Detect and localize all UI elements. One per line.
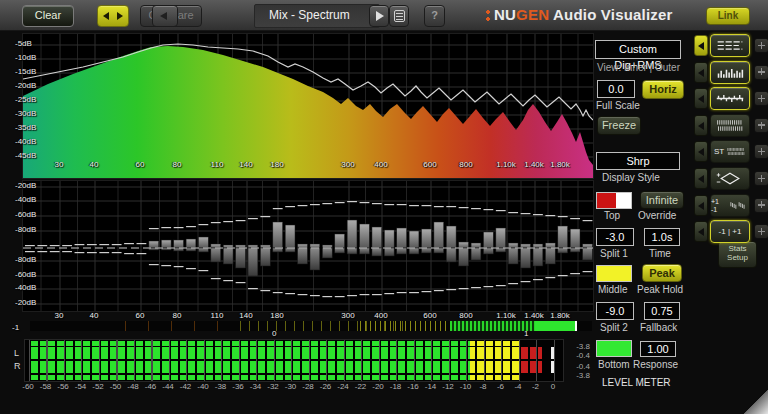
add-view-button[interactable]: [754, 118, 768, 133]
middle-label: Middle: [598, 284, 627, 295]
clear-button[interactable]: Clear: [22, 5, 74, 27]
horiz-button[interactable]: Horiz: [642, 80, 684, 99]
split2-value[interactable]: -9.0: [596, 302, 634, 320]
preset-prev-button[interactable]: [152, 5, 178, 27]
bottom-color-swatch[interactable]: [596, 340, 632, 357]
meter-readout: -3.8: [564, 371, 590, 380]
top-color-swatch[interactable]: [596, 192, 632, 209]
view-button-strip: StatsSetup ST+1-1-1 | +1: [694, 34, 768, 304]
nav-left-button[interactable]: [694, 88, 708, 109]
chevron-left-icon: [160, 12, 167, 20]
meter-scale-label: -30: [285, 382, 297, 391]
meter-scale: -60-58-56-54-52-50-48-46-44-42-40-38-36-…: [28, 382, 568, 392]
peak-button[interactable]: Peak: [642, 264, 682, 282]
difference-display: [22, 180, 594, 312]
meter-scale-label: -44: [162, 382, 174, 391]
preset-next-button[interactable]: [369, 5, 389, 27]
nav-left-button[interactable]: [694, 35, 708, 56]
spectrum-plot: [23, 34, 593, 178]
add-view-button[interactable]: [754, 171, 768, 186]
strip-row: [694, 167, 768, 189]
nav-left-button[interactable]: [694, 168, 708, 189]
corner-page-curl: [742, 388, 768, 414]
chevron-left-icon: [698, 95, 704, 103]
meter-mode-select[interactable]: Custom Dig+RMS: [595, 40, 681, 59]
middle-color-swatch[interactable]: [596, 265, 632, 282]
toolbar: Clear Compare Mix - Spectrum ? NUGEN Aud…: [0, 0, 768, 31]
spectrum-freq-label: 30: [55, 160, 64, 169]
split1-value[interactable]: -3.0: [596, 228, 634, 246]
nav-left-button[interactable]: [694, 195, 708, 216]
strip-row: [694, 34, 768, 56]
add-view-button[interactable]: [754, 38, 768, 53]
spectrum-freq-label: 1.80k: [550, 160, 570, 169]
strip-row: [694, 87, 768, 109]
strip-row: [694, 61, 768, 83]
difference-db-label: -20dB: [15, 181, 36, 190]
strip-row-label: +1: [711, 198, 719, 205]
preset-selector[interactable]: Mix - Spectrum: [254, 4, 380, 28]
brand-rest: Audio Visualizer: [553, 6, 673, 23]
meter-bar-left: [29, 347, 542, 359]
spectrum-freq-label: 40: [90, 160, 99, 169]
difference-freq-label: 110: [211, 311, 224, 320]
swap-arrows-button[interactable]: [97, 5, 129, 27]
difference-freq-label: 80: [173, 311, 182, 320]
display-style-label: Display Style: [602, 172, 660, 183]
freeze-button[interactable]: Freeze: [597, 116, 641, 135]
meter-scale-label: -38: [215, 382, 227, 391]
view-correlation-meter[interactable]: -1 | +1: [710, 220, 750, 243]
nav-left-button[interactable]: [694, 141, 708, 162]
brand-nu: NU: [494, 6, 516, 23]
spectrum-db-label: -25dB: [15, 95, 36, 104]
display-style-select[interactable]: Shrp: [596, 152, 680, 170]
difference-plot: [23, 181, 593, 311]
infinite-button[interactable]: Infinite: [640, 191, 684, 209]
spectrum-db-label: -30dB: [15, 109, 36, 118]
time-value[interactable]: 1.0s: [644, 228, 680, 246]
view-bar-spectrum[interactable]: [710, 61, 750, 84]
fallback-value[interactable]: 0.75: [644, 302, 680, 320]
view-correlation-history[interactable]: +1-1: [710, 194, 750, 217]
correlation-min-label: -1: [12, 323, 19, 332]
spectrum-freq-label: 1.40k: [524, 160, 544, 169]
meter-scale-label: -50: [110, 382, 122, 391]
add-view-button[interactable]: [754, 144, 768, 159]
trace-lines-icon: [715, 38, 745, 53]
preset-list-button[interactable]: [389, 5, 409, 27]
difference-freq-label: 140: [239, 311, 252, 320]
chevron-left-icon: [698, 228, 704, 236]
view-stereo-spectrogram[interactable]: ST: [710, 140, 750, 163]
full-scale-value[interactable]: 0.0: [597, 80, 635, 98]
spectrum-freq-label: 600: [423, 160, 436, 169]
stats-label-2: Setup: [727, 253, 748, 262]
meter-strip-left: [29, 341, 519, 346]
view-vectorscope[interactable]: [710, 167, 750, 190]
meter-scale-label: -12: [442, 382, 454, 391]
add-view-button[interactable]: [754, 224, 768, 239]
peak-marker-right: [551, 361, 554, 373]
spectrum-freq-label: 800: [459, 160, 472, 169]
meter-scale-label: -8: [479, 382, 486, 391]
view-diff-bars[interactable]: [710, 87, 750, 110]
view-trace[interactable]: [710, 34, 750, 57]
add-view-button[interactable]: [754, 91, 768, 106]
add-view-button[interactable]: [754, 65, 768, 80]
correlation-max-label: 1: [524, 329, 528, 338]
spectrum-db-label: -20dB: [15, 81, 36, 90]
play-icon: [376, 11, 384, 21]
stats-setup-button[interactable]: StatsSetup: [718, 241, 757, 268]
brand-gen: GEN: [516, 6, 549, 23]
response-value[interactable]: 1.00: [640, 341, 676, 357]
add-view-button[interactable]: [754, 198, 768, 213]
view-spectrogram[interactable]: [710, 114, 750, 137]
plugin-window: Clear Compare Mix - Spectrum ? NUGEN Aud…: [0, 0, 768, 414]
brand-logo: NUGEN Audio Visualizer: [486, 6, 673, 26]
right-arrow-icon: [117, 12, 123, 20]
nav-left-button[interactable]: [694, 115, 708, 136]
nav-left-button[interactable]: [694, 221, 708, 242]
help-button[interactable]: ?: [424, 5, 445, 27]
difference-db-label: -80dB: [15, 255, 36, 264]
link-button[interactable]: Link: [706, 7, 750, 25]
nav-left-button[interactable]: [694, 62, 708, 83]
